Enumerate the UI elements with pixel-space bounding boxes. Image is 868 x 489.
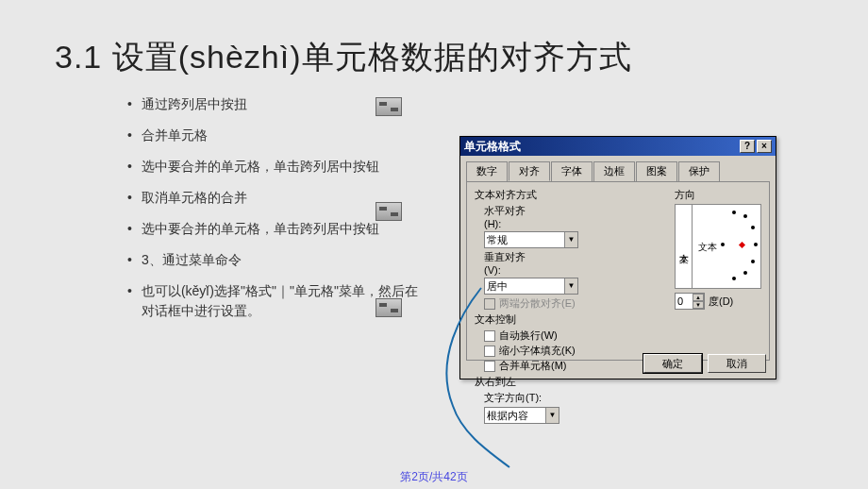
h-align-combo[interactable]: 常规 ▼ [484,231,578,248]
dialog-title: 单元格格式 [464,139,738,155]
checkbox-icon [484,298,495,310]
spin-down-icon[interactable]: ▼ [693,301,704,309]
combo-value: 根据内容 [487,409,528,423]
tab-alignment[interactable]: 对齐 [509,161,550,181]
chevron-down-icon: ▼ [564,232,577,247]
rotation-dial[interactable]: 文本 [693,205,760,288]
tab-number[interactable]: 数字 [466,161,508,181]
bullet-text: 取消单元格的合并 [142,188,247,208]
bullet-text: 通过跨列居中按扭 [142,94,247,114]
tab-font[interactable]: 字体 [551,161,593,181]
slide-heading: 3.1 设置(shèzhì)单元格数据的对齐方式 [55,36,632,79]
wrap-text-checkbox[interactable]: 自动换行(W) [484,329,761,343]
chevron-down-icon: ▼ [564,278,577,294]
cancel-button[interactable]: 取消 [708,354,766,373]
degree-label: 度(D) [709,295,733,309]
page-footer: 第2页/共42页 [0,469,868,485]
spinner-value: 0 [677,295,683,307]
combo-value: 常规 [487,233,508,247]
text-dir-label: 文字方向(T): [484,391,550,405]
checkbox-icon [484,346,495,357]
ok-button[interactable]: 确定 [643,354,702,373]
checkbox-label: 两端分散对齐(E) [499,296,576,311]
checkbox-label: 自动换行(W) [499,329,558,343]
bullet-text: 选中要合并的单元格，单击跨列居中按钮 [142,157,379,177]
v-align-combo[interactable]: 居中 ▼ [484,278,578,295]
merge-center-icon [376,298,402,317]
tab-protection[interactable]: 保护 [678,161,720,181]
alignment-panel: 文本对齐方式 水平对齐(H): 缩进(I): 常规 ▼ 0 ▲▼ 垂直对齐(V)… [466,181,770,361]
help-button[interactable]: ? [740,140,755,153]
combo-value: 居中 [487,279,508,294]
bullet-text: 3、通过菜单命令 [142,250,242,270]
checkbox-icon [484,361,495,372]
tab-border[interactable]: 边框 [593,161,635,181]
bullet-item: •选中要合并的单元格，单击跨列居中按钮 [127,157,420,177]
degree-spinner[interactable]: 0 ▲▼ [675,293,705,310]
bullet-text: 选中要合并的单元格，单击跨列居中按钮 [142,219,379,239]
rtl-section: 从右到左 [475,375,761,389]
dial-pointer-icon [739,242,745,248]
orientation-preview[interactable]: 文本 文本 [675,204,761,289]
tab-pattern[interactable]: 图案 [636,161,677,181]
checkbox-label: 缩小字体填充(K) [499,344,576,358]
close-button[interactable]: × [757,140,772,153]
v-align-label: 垂直对齐(V): [484,250,541,276]
dialog-tabs: 数字 对齐 字体 边框 图案 保护 [466,161,770,181]
checkbox-icon [484,330,495,342]
checkbox-label: 合并单元格(M) [499,359,567,373]
format-cells-dialog: 单元格格式 ? × 数字 对齐 字体 边框 图案 保护 文本对齐方式 水平对齐(… [459,136,776,379]
merge-center-icon [376,202,402,221]
h-align-label: 水平对齐(H): [484,204,541,229]
spin-up-icon[interactable]: ▲ [693,294,704,301]
bullet-item: •3、通过菜单命令 [127,250,420,270]
dial-label: 文本 [698,241,717,254]
bullet-item: •合并单元格 [127,126,420,145]
merge-center-icon [376,97,402,116]
vertical-text-preview[interactable]: 文本 [676,205,693,288]
bullet-text: 合并单元格 [142,126,208,145]
orientation-section: 方向 [675,188,761,202]
bullet-item: •选中要合并的单元格，单击跨列居中按钮 [127,219,420,239]
chevron-down-icon: ▼ [545,408,559,423]
text-dir-combo[interactable]: 根据内容 ▼ [484,407,559,424]
dialog-titlebar[interactable]: 单元格格式 ? × [460,137,776,156]
text-control-section: 文本控制 [475,312,761,327]
